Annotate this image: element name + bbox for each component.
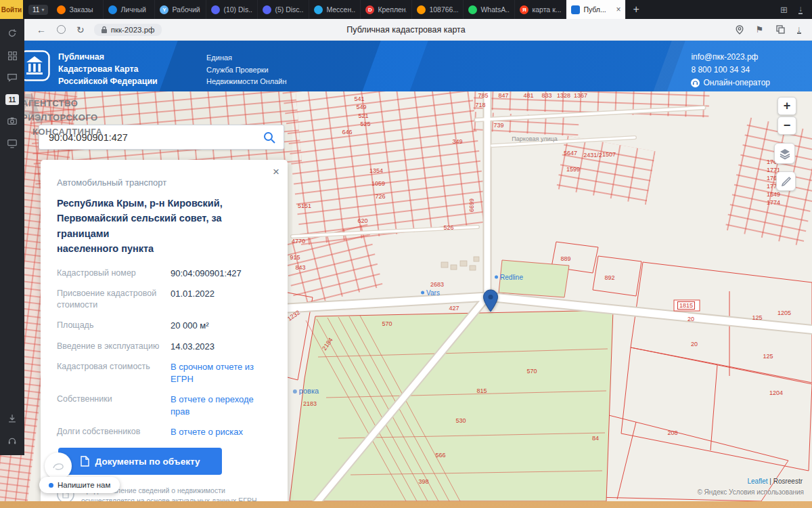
map-area: 5415495215256461354105972662052651514770… [0, 91, 812, 501]
map-label: 530 [455, 417, 466, 424]
download-tray-icon[interactable] [6, 412, 18, 425]
map-label: 570 [382, 320, 392, 327]
tab-strip: ЗаказыЛичныйYРабочий(10) Dis...(5) Disc.… [52, 0, 626, 19]
leaflet-link[interactable]: Leaflet [747, 478, 767, 485]
browser-tab[interactable]: Публ...× [566, 0, 626, 19]
downloads-icon[interactable]: ↓ [798, 5, 803, 14]
tab-favicon [314, 5, 323, 14]
sidebar-counter-badge[interactable]: 11 [5, 94, 19, 105]
cadastral-search [39, 125, 284, 150]
map-label: 1205 [777, 310, 791, 316]
info-label: Кадастровая стоимость [57, 361, 171, 385]
profile-icon[interactable] [57, 25, 66, 34]
tab-count: 11 [32, 6, 39, 14]
back-button[interactable]: ← [37, 24, 46, 35]
zoom-in-button[interactable]: + [777, 97, 796, 115]
map-label: 739 [493, 122, 503, 129]
info-value: 90:04:090901:427 [171, 268, 271, 280]
browser-tab[interactable]: (5) Disc... [258, 0, 309, 19]
browser-login-badge[interactable]: Войти [0, 0, 23, 19]
browser-tab[interactable]: (10) Dis... [206, 0, 258, 19]
brand-line: Публичная [58, 51, 158, 63]
zoom-out-button[interactable]: − [777, 117, 796, 135]
screencast-icon[interactable] [6, 137, 18, 150]
panel-rows: Кадастровый номер90:04:090901:427Присвое… [57, 268, 271, 438]
search-input[interactable] [39, 132, 263, 143]
layers-button[interactable] [774, 143, 795, 164]
info-link[interactable]: В срочном отчете из ЕГРН [171, 361, 271, 385]
tab-favicon [211, 5, 220, 14]
title-line: населенного пункта [57, 241, 271, 256]
map-label: ровка [293, 387, 319, 395]
terms-link[interactable]: Условия использования [729, 488, 804, 496]
camera-icon[interactable] [6, 115, 18, 127]
apps-icon[interactable] [6, 49, 18, 62]
map-label: 526 [443, 224, 453, 231]
map-label: 843 [295, 264, 305, 271]
info-row: Введение в эксплуатацию14.03.2023 [57, 341, 271, 353]
map-label: 427 [449, 305, 459, 312]
info-row: СобственникиВ отчете о переходе прав [57, 394, 271, 417]
browser-tab[interactable]: YРабочий [155, 0, 206, 19]
tab-close-icon[interactable]: × [616, 5, 621, 14]
download-icon[interactable]: ↓ [797, 25, 802, 34]
tab-label: Публ... [583, 5, 611, 14]
header-contacts: info@пкк-2023.рф 8 800 100 34 34 Онлайн-… [691, 51, 770, 90]
browser-tab[interactable]: DКреплен... [361, 0, 412, 19]
site-brand[interactable]: Публичная Кадастровая Карта Российской Ф… [58, 51, 158, 87]
layers-icon [779, 148, 791, 160]
tab-label: Личный [120, 5, 150, 14]
headset-icon[interactable] [6, 435, 18, 447]
title-line: Республика Крым, р-н Кировский, [57, 196, 271, 211]
info-link[interactable]: В отчете о переходе прав [171, 394, 271, 417]
address-bar[interactable]: пкк-2023.рф [94, 24, 162, 36]
reload-button[interactable]: ↻ [76, 24, 85, 35]
map-label: 833 [541, 92, 551, 99]
map-label: 5647 [564, 150, 577, 156]
contact-email[interactable]: info@пкк-2023.рф [691, 51, 770, 64]
browser-tab[interactable]: Якарта к... [515, 0, 566, 19]
site-header: Публичная Кадастровая Карта Российской Ф… [0, 41, 812, 91]
map-label: 1354 [369, 167, 383, 174]
online-dot-icon [49, 483, 53, 488]
browser-tab[interactable]: Заказы [52, 0, 104, 19]
geo-icon[interactable] [736, 25, 744, 35]
map-label: Vars [421, 289, 440, 297]
browser-tab-bar: Войти 11 ▾ ЗаказыЛичныйYРабочий(10) Dis.… [0, 0, 812, 19]
map-label: 1232 [286, 309, 301, 322]
header-decor [409, 41, 688, 91]
title-line: Первомайский сельский совет, за границам… [57, 211, 271, 241]
browser-tab[interactable]: Мессен... [309, 0, 361, 19]
browser-tab[interactable]: 108766... [412, 0, 464, 19]
tab-overview-icon[interactable]: ⊞ [780, 5, 788, 15]
chat-bubble-icon[interactable] [6, 72, 18, 84]
search-button[interactable] [263, 131, 284, 144]
close-icon[interactable]: × [273, 165, 279, 179]
tab-label: Заказы [69, 5, 98, 14]
map-label: 20 [687, 316, 694, 322]
measure-button[interactable] [776, 171, 796, 191]
map-label: 1507 [602, 151, 616, 158]
new-tab-button[interactable]: + [626, 3, 646, 16]
chat-button[interactable]: Напишите нам [39, 477, 120, 493]
tab-count-chip[interactable]: 11 ▾ [28, 5, 48, 15]
tab-label: WhatsA... [480, 5, 510, 14]
tab-favicon [571, 5, 580, 14]
browser-tab[interactable]: Личный [104, 0, 155, 19]
info-link[interactable]: В отчете о рисках [171, 426, 271, 438]
tab-favicon [57, 5, 66, 14]
bookmark-flag-icon[interactable]: ⚑ [756, 24, 764, 35]
map-label: 6699 [468, 198, 475, 212]
map-label: 646 [342, 129, 352, 135]
online-operator[interactable]: Онлайн-оператор [691, 77, 770, 89]
contact-phone[interactable]: 8 800 100 34 34 [691, 64, 770, 77]
sync-icon[interactable] [6, 27, 18, 39]
map-pin[interactable] [482, 289, 499, 312]
chat-avatar[interactable] [45, 452, 72, 480]
info-value: 20 000 м² [171, 320, 271, 332]
collections-icon[interactable] [776, 25, 785, 34]
operator-icon [691, 79, 700, 87]
map-label: 726 [375, 193, 385, 200]
browser-tab[interactable]: WhatsA... [464, 0, 515, 19]
map-label: 1328 [557, 92, 570, 99]
